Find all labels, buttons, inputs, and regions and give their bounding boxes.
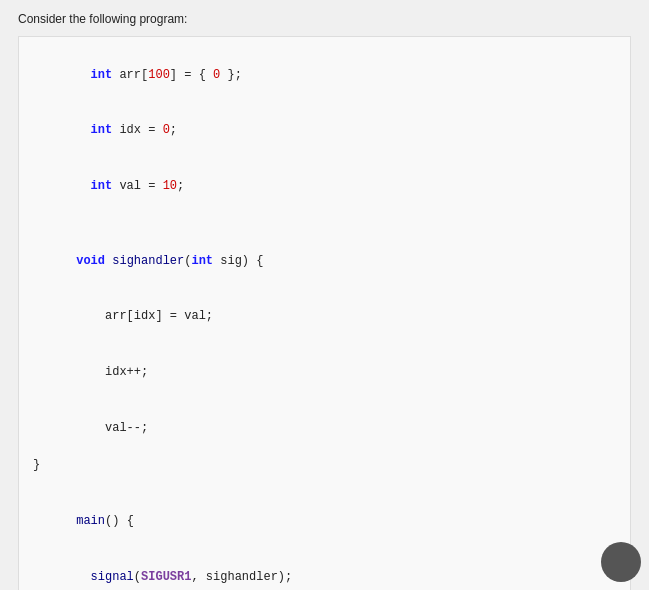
code-line-11: main() { xyxy=(33,493,616,549)
code-line-2: int idx = 0; xyxy=(33,103,616,159)
kw-sigusr1: SIGUSR1 xyxy=(141,570,191,584)
code-line-8: val--; xyxy=(33,400,616,456)
code-line-7: idx++; xyxy=(33,345,616,401)
code-line-blank2 xyxy=(33,475,616,494)
num-10: 10 xyxy=(163,179,177,193)
keyword-void: void xyxy=(76,254,105,268)
num-0a: 0 xyxy=(213,68,220,82)
circle-decoration xyxy=(601,542,641,582)
num-0b: 0 xyxy=(163,123,170,137)
main-container: Consider the following program: int arr[… xyxy=(0,0,649,590)
code-line-12: signal(SIGUSR1, sighandler); xyxy=(33,549,616,590)
code-block: int arr[100] = { 0 }; int idx = 0; int v… xyxy=(18,36,631,590)
code-line-6: arr[idx] = val; xyxy=(33,289,616,345)
intro-text: Consider the following program: xyxy=(18,12,631,26)
keyword-int2: int xyxy=(91,123,113,137)
num-100: 100 xyxy=(148,68,170,82)
code-line-1: int arr[100] = { 0 }; xyxy=(33,47,616,103)
fn-signal1: signal xyxy=(91,570,134,584)
keyword-int3: int xyxy=(91,179,113,193)
keyword-int: int xyxy=(91,68,113,82)
keyword-int4: int xyxy=(191,254,213,268)
code-line-9: } xyxy=(33,456,616,475)
fn-main: main xyxy=(76,514,105,528)
code-line-blank1 xyxy=(33,214,616,233)
code-line-5: void sighandler(int sig) { xyxy=(33,233,616,289)
fn-sighandler: sighandler xyxy=(112,254,184,268)
code-line-3: int val = 10; xyxy=(33,159,616,215)
